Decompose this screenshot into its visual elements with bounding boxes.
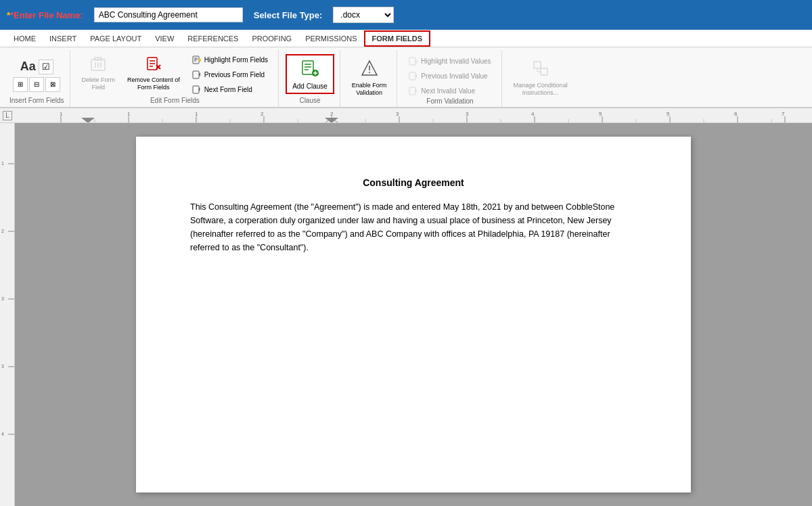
menu-page-layout[interactable]: PAGE LAYOUT: [83, 32, 148, 45]
aa-icon: Aa: [20, 60, 36, 74]
svg-text:4: 4: [531, 111, 535, 117]
svg-text:1: 1: [1, 161, 4, 166]
highlight-invalid-icon: [409, 56, 418, 66]
form-validation-group-label: Form Validation: [426, 97, 473, 106]
previous-form-field-label: Previous Form Field: [204, 71, 265, 78]
remove-content-label: Remove Content ofForm Fields: [127, 76, 180, 91]
svg-text:7: 7: [782, 111, 785, 117]
highlight-form-fields-button[interactable]: Highlight Form Fields: [187, 53, 273, 66]
next-invalid-value-button[interactable]: Next Invalid Value: [404, 84, 480, 97]
top-bar: **Enter File Name: Select File Type: .do…: [0, 0, 812, 30]
svg-text:3: 3: [1, 296, 4, 301]
previous-invalid-value-label: Previous Invalid Value: [421, 72, 487, 80]
grid1-icon[interactable]: ⊞: [13, 77, 28, 92]
menu-view[interactable]: VIEW: [148, 32, 181, 45]
svg-rect-16: [193, 71, 199, 78]
enable-form-validation-label: Enable FormValidation: [352, 82, 387, 97]
manage-conditional-button[interactable]: Manage ConditionalInstructions...: [509, 55, 572, 100]
document-area: Consulting Agreement This Consulting Agr…: [15, 123, 812, 506]
svg-rect-18: [193, 86, 199, 93]
ruler: L 1 1 1 2 2 3 3 4 5 5: [0, 108, 812, 123]
svg-text:3: 3: [1, 364, 4, 369]
svg-text:1: 1: [195, 111, 198, 117]
left-ruler-svg: 1 2 3 3 4: [0, 123, 15, 506]
previous-form-field-button[interactable]: Previous Form Field: [187, 68, 273, 81]
svg-rect-20: [302, 61, 313, 74]
previous-invalid-value-button[interactable]: Previous Invalid Value: [404, 69, 492, 83]
highlight-icon: [192, 55, 202, 64]
svg-rect-1: [95, 58, 102, 60]
clause-group-label: Clause: [299, 97, 320, 106]
delete-form-field-label: Delete FormField: [82, 76, 116, 91]
next-invalid-value-label: Next Invalid Value: [421, 87, 475, 95]
delete-icon: [89, 55, 107, 75]
menu-references[interactable]: REFERENCES: [181, 32, 245, 45]
left-ruler: 1 2 3 3 4: [0, 123, 15, 506]
add-clause-button[interactable]: Add Clause: [286, 54, 334, 94]
svg-text:3: 3: [396, 111, 399, 117]
enable-validation-icon: [360, 59, 379, 80]
add-clause-label: Add Clause: [292, 83, 328, 90]
svg-marker-19: [199, 87, 200, 91]
svg-marker-35: [415, 89, 417, 93]
svg-rect-37: [541, 68, 547, 75]
file-name-input[interactable]: [94, 7, 243, 22]
menu-form-fields[interactable]: FORM FIELDS: [364, 30, 431, 47]
svg-text:6: 6: [734, 111, 738, 117]
next-form-field-label: Next Form Field: [204, 86, 252, 93]
ribbon-group-edit: Delete FormField: [72, 50, 279, 107]
next-form-field-button[interactable]: Next Form Field: [187, 83, 273, 96]
document-title: Consulting Agreement: [190, 177, 637, 188]
ribbon-group-clause: Add Clause Clause: [280, 50, 340, 107]
remove-content-button[interactable]: Remove Content ofForm Fields: [122, 51, 185, 95]
grid2-icon[interactable]: ⊟: [29, 77, 44, 92]
edit-group-label: Edit Form Fields: [150, 97, 200, 106]
svg-rect-36: [534, 62, 541, 68]
enable-form-validation-button[interactable]: Enable FormValidation: [347, 55, 392, 100]
ribbon: Aa ☑ ⊞ ⊟ ⊠ Insert Form Fields: [0, 47, 812, 108]
svg-text:1: 1: [127, 111, 131, 117]
svg-rect-30: [409, 58, 415, 65]
svg-text:5: 5: [667, 111, 670, 117]
insert-group-label: Insert Form Fields: [9, 97, 64, 106]
previous-icon: [192, 70, 202, 79]
prev-invalid-icon: [409, 71, 418, 80]
ruler-svg: 1 1 1 2 2 3 3 4 5 5 6 7: [14, 108, 812, 123]
file-name-label: **Enter File Name:: [7, 10, 83, 20]
menu-home[interactable]: HOME: [7, 32, 43, 45]
highlight-invalid-values-label: Highlight Invalid Values: [421, 58, 491, 65]
remove-content-icon: [145, 55, 162, 75]
file-type-label: Select File Type:: [254, 10, 323, 20]
svg-text:2: 2: [1, 229, 4, 233]
grid3-icon[interactable]: ⊠: [45, 77, 60, 92]
svg-text:5: 5: [599, 111, 602, 117]
add-clause-icon: [300, 58, 319, 81]
checkbox-icon[interactable]: ☑: [39, 60, 53, 74]
svg-rect-34: [409, 87, 415, 95]
ruler-corner: L: [3, 111, 12, 120]
svg-text:2: 2: [261, 111, 264, 117]
menu-proofing[interactable]: PROOFING: [245, 32, 298, 45]
highlight-invalid-values-button[interactable]: Highlight Invalid Values: [404, 54, 495, 68]
svg-text:3: 3: [466, 111, 469, 117]
svg-text:1: 1: [60, 111, 63, 117]
svg-text:4: 4: [1, 432, 4, 436]
document-page: Consulting Agreement This Consulting Agr…: [136, 137, 691, 492]
delete-form-field-button[interactable]: Delete FormField: [77, 51, 120, 95]
svg-text:2: 2: [330, 111, 334, 117]
ribbon-group-manage: Manage ConditionalInstructions...: [503, 50, 578, 107]
menu-bar: HOME INSERT PAGE LAYOUT VIEW REFERENCES …: [0, 30, 812, 47]
ribbon-group-enable-validation: Enable FormValidation: [342, 50, 398, 107]
main-area: 1 2 3 3 4 Consulting Agreement This Cons…: [0, 123, 812, 506]
ribbon-group-insert: Aa ☑ ⊞ ⊟ ⊠ Insert Form Fields: [4, 50, 70, 107]
menu-insert[interactable]: INSERT: [43, 32, 83, 45]
document-body[interactable]: This Consulting Agreement (the "Agreemen…: [190, 200, 637, 254]
svg-rect-40: [20, 108, 805, 123]
menu-permissions[interactable]: PERMISSIONS: [298, 32, 363, 45]
svg-point-29: [369, 72, 370, 73]
svg-rect-79: [0, 123, 15, 506]
next-icon: [192, 85, 202, 94]
file-type-select[interactable]: .docx .pdf .doc .txt: [333, 7, 394, 23]
ribbon-group-form-validation: Highlight Invalid Values Previous Invali…: [399, 50, 501, 107]
manage-conditional-label: Manage ConditionalInstructions...: [514, 82, 568, 97]
